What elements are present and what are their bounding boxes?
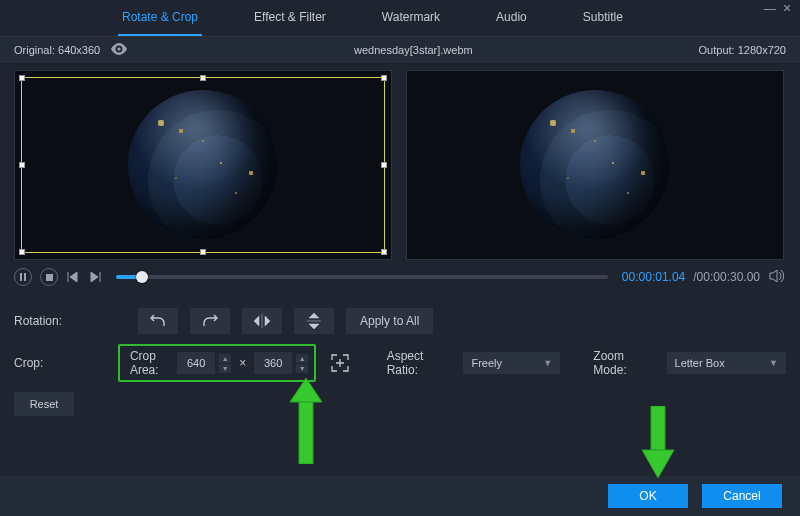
output-dimensions-label: Output: 1280x720 <box>699 44 786 56</box>
next-frame-button[interactable] <box>88 268 102 286</box>
crop-handle-ml[interactable] <box>19 162 25 168</box>
crop-height-up[interactable]: ▲ <box>296 354 308 363</box>
crop-handle-bm[interactable] <box>200 249 206 255</box>
aspect-ratio-select[interactable]: Freely ▼ <box>463 352 560 374</box>
filename-label: wednesday[3star].webm <box>128 44 698 56</box>
crop-width-stepper[interactable]: ▲ ▼ <box>177 352 231 374</box>
crop-height-stepper[interactable]: ▲ ▼ <box>254 352 308 374</box>
tab-effect-filter[interactable]: Effect & Filter <box>250 10 330 36</box>
tabs-bar: Rotate & Crop Effect & Filter Watermark … <box>0 0 800 37</box>
annotation-arrow-crop <box>286 378 326 464</box>
timeline-slider[interactable] <box>116 275 608 279</box>
svg-point-0 <box>118 47 121 50</box>
prev-frame-button[interactable] <box>66 268 80 286</box>
crop-height-down[interactable]: ▼ <box>296 364 308 373</box>
annotation-arrow-ok <box>638 406 678 478</box>
tab-audio[interactable]: Audio <box>492 10 531 36</box>
crop-handle-mr[interactable] <box>381 162 387 168</box>
svg-rect-1 <box>20 273 22 281</box>
crop-label: Crop: <box>14 356 68 370</box>
crop-handle-br[interactable] <box>381 249 387 255</box>
window-controls: — × <box>763 0 794 16</box>
pause-button[interactable] <box>14 268 32 286</box>
timeline-progress <box>116 275 138 279</box>
info-bar: Original: 640x360 wednesday[3star].webm … <box>0 37 800 62</box>
ok-button[interactable]: OK <box>608 484 688 508</box>
tab-rotate-crop[interactable]: Rotate & Crop <box>118 10 202 36</box>
flip-vertical-button[interactable] <box>294 308 334 334</box>
chevron-down-icon: ▼ <box>543 358 552 368</box>
original-dimensions-label: Original: 640x360 <box>14 44 100 56</box>
crop-height-input[interactable] <box>254 352 292 374</box>
crop-handle-tl[interactable] <box>19 75 25 81</box>
crop-area-highlight: Crop Area: ▲ ▼ × ▲ ▼ <box>118 344 316 382</box>
playback-controls: 00:00:01.04 /00:00:30.00 <box>0 260 800 290</box>
close-icon[interactable]: × <box>780 0 794 16</box>
crop-handle-tm[interactable] <box>200 75 206 81</box>
volume-icon[interactable] <box>768 269 786 286</box>
settings-panel: Rotation: Apply to All Crop: Crop Area: … <box>0 290 800 416</box>
rotation-row: Rotation: Apply to All <box>14 308 786 334</box>
reset-button[interactable]: Reset <box>14 392 74 416</box>
svg-rect-3 <box>46 274 53 281</box>
timeline-thumb[interactable] <box>136 271 148 283</box>
output-preview <box>406 70 784 260</box>
tab-watermark[interactable]: Watermark <box>378 10 444 36</box>
cancel-button[interactable]: Cancel <box>702 484 782 508</box>
crop-row: Crop: Crop Area: ▲ ▼ × ▲ ▼ <box>14 344 786 382</box>
time-current: 00:00:01.04 <box>622 270 685 284</box>
video-frame-content <box>520 90 670 240</box>
zoom-mode-select[interactable]: Letter Box ▼ <box>667 352 787 374</box>
flip-horizontal-button[interactable] <box>242 308 282 334</box>
time-total: /00:00:30.00 <box>693 270 760 284</box>
stop-button[interactable] <box>40 268 58 286</box>
chevron-down-icon: ▼ <box>769 358 778 368</box>
crop-freeform-icon[interactable] <box>328 350 352 376</box>
rotate-left-button[interactable] <box>138 308 178 334</box>
zoom-mode-value: Letter Box <box>675 357 725 369</box>
tab-subtitle[interactable]: Subtitle <box>579 10 627 36</box>
crop-area-label: Crop Area: <box>130 349 169 377</box>
svg-rect-2 <box>24 273 26 281</box>
crop-handle-bl[interactable] <box>19 249 25 255</box>
crop-width-down[interactable]: ▼ <box>219 364 231 373</box>
source-preview[interactable] <box>14 70 392 260</box>
footer-bar: OK Cancel <box>0 476 800 516</box>
aspect-ratio-value: Freely <box>471 357 502 369</box>
crop-frame[interactable] <box>21 77 385 253</box>
aspect-ratio-label: Aspect Ratio: <box>387 349 452 377</box>
zoom-mode-label: Zoom Mode: <box>593 349 654 377</box>
svg-rect-4 <box>299 402 313 464</box>
rotation-label: Rotation: <box>14 314 74 328</box>
crop-width-up[interactable]: ▲ <box>219 354 231 363</box>
apply-to-all-button[interactable]: Apply to All <box>346 308 433 334</box>
crop-width-input[interactable] <box>177 352 215 374</box>
svg-rect-5 <box>651 406 665 450</box>
preview-visibility-icon[interactable] <box>110 43 128 57</box>
rotate-right-button[interactable] <box>190 308 230 334</box>
preview-row <box>0 62 800 260</box>
crop-handle-tr[interactable] <box>381 75 387 81</box>
minimize-icon[interactable]: — <box>763 2 777 16</box>
times-symbol: × <box>239 356 246 370</box>
